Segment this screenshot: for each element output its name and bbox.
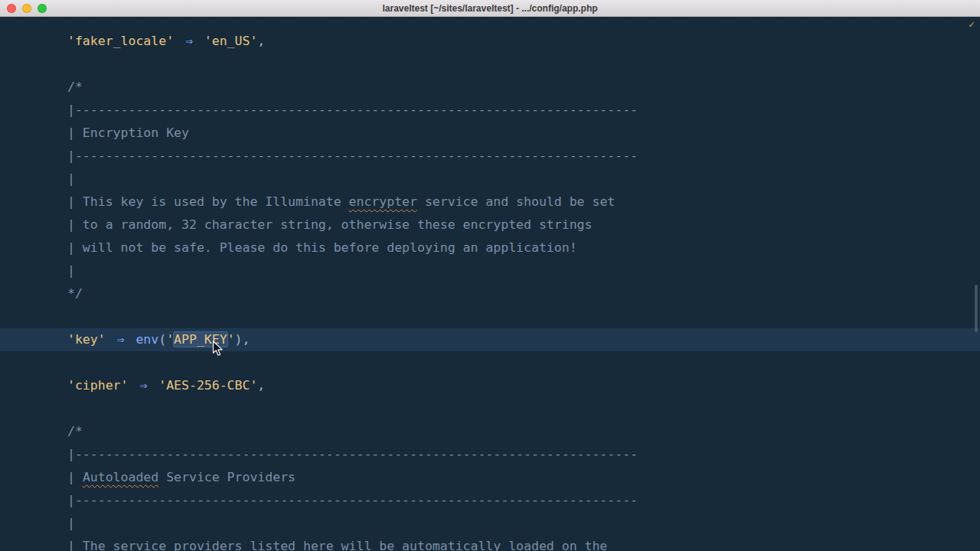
traffic-lights <box>0 4 47 13</box>
code-line[interactable]: 'faker_locale' ⇒ 'en_US', <box>0 30 980 53</box>
close-button[interactable] <box>7 4 16 13</box>
code-token: 'faker_locale' <box>67 34 174 48</box>
code-token: */ <box>67 286 83 301</box>
code-token: ⇒ <box>181 30 197 53</box>
code-line[interactable] <box>0 397 980 420</box>
code-token: /* <box>67 80 83 94</box>
code-line[interactable]: | The service providers listed here will… <box>0 535 980 551</box>
code-line[interactable]: | will not be safe. Please do this befor… <box>0 236 980 259</box>
code-line[interactable]: | Autoloaded Service Providers <box>0 466 980 489</box>
code-token: env <box>136 332 158 347</box>
code-token <box>197 34 204 48</box>
editor[interactable]: 'faker_locale' ⇒ 'en_US',/*|------------… <box>0 17 980 551</box>
code-line[interactable]: */ <box>0 282 980 305</box>
code-token: , <box>257 34 265 48</box>
code-line[interactable]: | to a random, 32 character string, othe… <box>0 214 980 236</box>
code-token: | <box>67 263 75 278</box>
code-token: | will not be safe. Please do this befor… <box>67 240 577 255</box>
code-token: | This key is used by the Illuminate <box>67 194 349 209</box>
code-token <box>128 332 136 347</box>
code-line[interactable]: |---------------------------------------… <box>0 99 980 122</box>
code-token: service and should be set <box>417 194 615 209</box>
code-line[interactable]: /* <box>0 76 980 99</box>
code-token: , <box>243 332 250 347</box>
code-line-current[interactable]: 'key' ⇒ env('APP_KEY'), <box>0 328 980 351</box>
minimize-button[interactable] <box>22 4 31 13</box>
code-token: 'AES-256-CBC' <box>158 378 257 393</box>
misspelled-word: encrypter <box>349 194 417 209</box>
code-line[interactable]: |---------------------------------------… <box>0 145 980 168</box>
code-token: |---------------------------------------… <box>67 447 638 461</box>
code-token: 'cipher' <box>67 378 128 393</box>
code-token: |---------------------------------------… <box>67 103 638 117</box>
code-token: Service Providers <box>158 470 296 484</box>
code-token: | <box>67 171 75 186</box>
code-token: |---------------------------------------… <box>67 148 638 163</box>
file-status-icon: ✓ <box>969 19 975 29</box>
code-token: ) <box>235 332 243 347</box>
code-line[interactable]: | Encryption Key <box>0 122 980 145</box>
screen: { "window": { "title": "laraveltest [~/s… <box>0 0 980 551</box>
code-token: |---------------------------------------… <box>67 493 638 507</box>
code-line[interactable]: /* <box>0 420 980 443</box>
code-token: | <box>67 470 83 484</box>
window-title: laraveltest [~/sites/laraveltest] - .../… <box>0 0 980 17</box>
code-token <box>174 34 181 48</box>
code-token <box>151 378 158 393</box>
selected-word: APP_KEY <box>174 332 227 347</box>
code-line[interactable] <box>0 351 980 374</box>
code-line[interactable]: | <box>0 168 980 191</box>
code-line[interactable]: |---------------------------------------… <box>0 489 980 512</box>
code-token: ⇒ <box>113 328 129 351</box>
code-token: | to a random, 32 character string, othe… <box>67 217 592 232</box>
scrollbar-thumb[interactable] <box>975 285 978 332</box>
code-token: | The service providers listed here will… <box>67 539 607 551</box>
code-line[interactable]: |---------------------------------------… <box>0 443 980 466</box>
code-token: | <box>67 516 75 530</box>
code-token: | Encryption Key <box>67 126 189 140</box>
code-line[interactable] <box>0 305 980 328</box>
zoom-button[interactable] <box>38 4 47 13</box>
window-titlebar[interactable]: laraveltest [~/sites/laraveltest] - .../… <box>0 0 980 17</box>
code-line[interactable] <box>0 53 980 76</box>
code-token <box>128 378 136 393</box>
code-token: 'en_US' <box>204 34 258 48</box>
code-line[interactable]: 'cipher' ⇒ 'AES-256-CBC', <box>0 374 980 397</box>
code-line[interactable]: | This key is used by the Illuminate enc… <box>0 191 980 214</box>
code-token: ' <box>166 332 174 347</box>
code-token: ( <box>158 332 166 347</box>
code-token: 'key' <box>67 332 106 347</box>
code-token <box>106 332 113 347</box>
code-line[interactable]: | <box>0 259 980 282</box>
code-token: ⇒ <box>136 374 151 397</box>
misspelled-word: Autoloaded <box>83 470 158 484</box>
code-token: , <box>257 378 265 393</box>
code-token: ' <box>227 332 235 347</box>
code-line[interactable]: | <box>0 512 980 535</box>
code-token: /* <box>67 424 83 439</box>
